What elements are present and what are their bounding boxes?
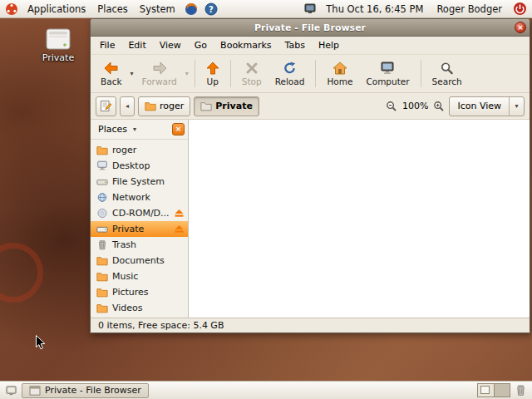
- sidebar-item-desktop[interactable]: Desktop: [91, 158, 188, 174]
- folder-icon: [96, 272, 108, 282]
- forward-label: Forward: [142, 76, 177, 86]
- home-folder-icon: [96, 145, 108, 155]
- sidebar-item-cdrom[interactable]: CD-ROM/D...: [91, 205, 188, 221]
- menu-help[interactable]: Help: [312, 37, 346, 53]
- up-label: Up: [207, 76, 219, 86]
- workspace-switcher[interactable]: [477, 383, 510, 397]
- folder-icon: [96, 303, 108, 313]
- sidebar-item-file-system[interactable]: File System: [91, 174, 188, 190]
- cd-disc-icon: [96, 208, 108, 219]
- toolbar: Back ▾ Forward ▾ Up Stop: [91, 55, 530, 93]
- forward-history-dropdown-icon[interactable]: ▾: [184, 70, 190, 77]
- menu-file[interactable]: File: [93, 37, 121, 53]
- trash-applet-icon[interactable]: [512, 384, 530, 397]
- user-switcher[interactable]: Roger Bodger: [430, 3, 509, 15]
- applications-menu[interactable]: Applications: [22, 2, 91, 17]
- places-list: roger Desktop File System Network CD-ROM: [91, 140, 188, 318]
- folder-icon: [200, 101, 212, 111]
- sidebar-item-roger[interactable]: roger: [91, 142, 188, 158]
- folder-icon: [96, 256, 108, 266]
- eject-button[interactable]: [174, 209, 185, 218]
- titlebar[interactable]: Private - File Browser ×: [91, 19, 530, 37]
- menu-view[interactable]: View: [153, 37, 188, 53]
- view-mode-select[interactable]: Icon View ▾: [449, 96, 525, 116]
- desktop-icon-label: Private: [37, 52, 80, 63]
- reload-label: Reload: [275, 76, 305, 86]
- ubuntu-logo-icon: [2, 2, 21, 16]
- toolbar-separator: [315, 60, 316, 87]
- sidebar-close-button[interactable]: ×: [172, 123, 185, 135]
- up-icon: [206, 62, 219, 75]
- home-label: Home: [327, 76, 352, 86]
- wallpaper-emblem: [0, 243, 43, 303]
- toolbar-separator: [421, 60, 421, 87]
- sidebar-header: Places ▾ ×: [91, 120, 188, 140]
- hard-drive-icon: [96, 177, 108, 187]
- close-button[interactable]: ×: [515, 22, 526, 33]
- menu-edit[interactable]: Edit: [121, 37, 152, 53]
- folder-icon: [145, 101, 156, 111]
- display-applet-icon[interactable]: [301, 2, 319, 15]
- file-view-pane[interactable]: [189, 120, 530, 318]
- computer-label: Computer: [366, 76, 409, 86]
- desktop-icon-private[interactable]: Private: [37, 28, 80, 63]
- sidebar-item-documents[interactable]: Documents: [91, 253, 188, 268]
- menu-tabs[interactable]: Tabs: [278, 37, 312, 53]
- drive-icon: [96, 224, 108, 234]
- path-button-private[interactable]: Private: [194, 96, 259, 116]
- back-history-dropdown-icon[interactable]: ▾: [129, 70, 135, 77]
- places-menu[interactable]: Places: [92, 2, 133, 17]
- menubar: File Edit View Go Bookmarks Tabs Help: [91, 37, 530, 55]
- sidebar-pane-label: Places: [98, 124, 127, 135]
- clock[interactable]: Thu Oct 16, 6:45 PM: [321, 3, 428, 15]
- show-desktop-button[interactable]: [2, 385, 20, 397]
- forward-icon: [152, 62, 167, 75]
- zoom-in-button[interactable]: [433, 101, 445, 112]
- path-button-roger[interactable]: roger: [138, 96, 190, 116]
- window-title: Private - File Browser: [91, 22, 530, 33]
- power-button-icon[interactable]: [510, 2, 530, 16]
- sidebar-item-trash[interactable]: Trash: [91, 237, 188, 253]
- sidebar-item-videos[interactable]: Videos: [91, 300, 188, 316]
- sidebar-item-private[interactable]: Private: [91, 221, 188, 237]
- workspace-2[interactable]: [494, 384, 510, 397]
- edit-location-icon: [100, 100, 112, 112]
- chevron-down-icon: ▾: [509, 97, 524, 116]
- mouse-cursor: [35, 334, 46, 351]
- menu-go[interactable]: Go: [188, 37, 214, 53]
- up-button[interactable]: Up: [200, 60, 226, 88]
- taskbar-window-button[interactable]: Private - File Browser: [22, 383, 149, 398]
- zoom-out-button[interactable]: [386, 101, 397, 112]
- home-button[interactable]: Home: [320, 60, 359, 88]
- stop-button[interactable]: Stop: [235, 60, 268, 88]
- menu-bookmarks[interactable]: Bookmarks: [214, 37, 278, 53]
- path-label: roger: [160, 101, 184, 111]
- reload-button[interactable]: Reload: [268, 60, 312, 88]
- sidebar-item-network[interactable]: Network: [91, 190, 188, 205]
- search-label: Search: [432, 76, 462, 86]
- back-button[interactable]: Back: [94, 60, 129, 88]
- desktop-monitor-icon: [96, 160, 108, 171]
- help-launcher-icon[interactable]: ?: [202, 2, 220, 16]
- search-icon: [440, 62, 454, 75]
- path-scroll-left-button[interactable]: ◂: [120, 96, 135, 116]
- search-button[interactable]: Search: [426, 60, 469, 88]
- sidebar-pane-select[interactable]: Places ▾: [94, 122, 142, 136]
- firefox-launcher-icon[interactable]: [182, 2, 200, 16]
- stop-icon: [245, 62, 259, 75]
- sidebar-item-music[interactable]: Music: [91, 268, 188, 284]
- computer-button[interactable]: Computer: [359, 60, 416, 88]
- toolbar-separator: [195, 60, 195, 87]
- back-label: Back: [101, 76, 122, 86]
- eject-button[interactable]: [174, 224, 185, 234]
- zoom-level: 100%: [401, 101, 429, 111]
- chevron-left-icon: ◂: [124, 102, 131, 110]
- places-sidebar: Places ▾ × roger Desktop File System: [91, 120, 189, 318]
- toggle-location-entry-button[interactable]: [96, 96, 116, 116]
- forward-button[interactable]: Forward: [135, 60, 184, 88]
- file-browser-window: Private - File Browser × File Edit View …: [90, 18, 530, 333]
- system-menu[interactable]: System: [135, 2, 180, 17]
- workspace-1[interactable]: [478, 384, 494, 397]
- location-bar: ◂ roger Private 100% Icon View ▾: [91, 93, 530, 120]
- sidebar-item-pictures[interactable]: Pictures: [91, 284, 188, 300]
